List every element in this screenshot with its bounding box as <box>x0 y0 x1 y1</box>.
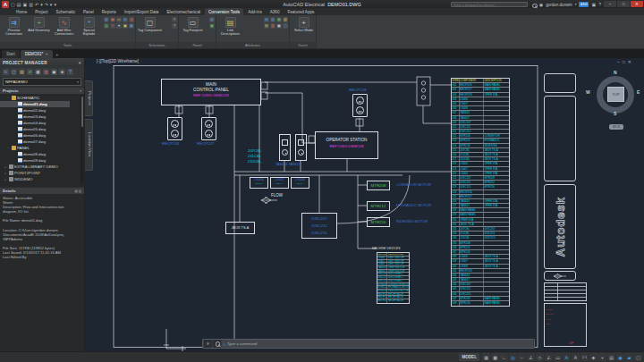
model-space-button[interactable]: MODEL <box>459 353 479 361</box>
object-snap-icon[interactable]: ▭ <box>554 353 562 361</box>
mini-tool-icon[interactable]: ▣ <box>110 17 115 22</box>
mini-tool-icon[interactable]: ▧ <box>209 17 215 22</box>
mini-tool-icon[interactable]: ⚡ <box>172 17 177 22</box>
dynamic-input-icon[interactable]: ◎ <box>509 353 517 361</box>
tag-footprint-button[interactable]: ▭ Tag Footprint <box>181 16 205 32</box>
viewport-controls-label[interactable]: [-][Top][2D Wireframe] <box>97 59 139 63</box>
tree-item[interactable]: demo04.dwg <box>0 120 84 126</box>
tree-item[interactable]: demo07.dwg <box>0 139 84 145</box>
ribbon-tab[interactable]: Conversion Tools <box>205 8 243 15</box>
file-tab[interactable]: DEMO01*✕ <box>21 50 53 58</box>
tree-item[interactable]: demo02.dwg <box>0 107 84 114</box>
tab-close-icon[interactable]: ✕ <box>45 52 47 56</box>
autocad-logo-icon[interactable]: A <box>2 1 9 8</box>
mini-tool-icon[interactable]: ▧ <box>104 23 109 29</box>
tree-item[interactable]: SCHEMATIC <box>0 95 84 101</box>
workspace-switching-icon[interactable]: ◈ <box>589 353 597 361</box>
new-tab-button[interactable]: + <box>54 51 61 58</box>
temperature-switch-symbol[interactable] <box>295 134 307 161</box>
mini-tool-icon[interactable]: ▭ <box>116 17 122 22</box>
mini-tool-icon[interactable]: ▤ <box>123 17 128 22</box>
mini-tool-icon[interactable]: ▾ <box>116 23 122 29</box>
project-dropdown[interactable]: NFPADEMO ▾ <box>3 78 81 86</box>
ribbon-tab[interactable]: Electromechanical <box>163 8 204 15</box>
user-dropdown-icon[interactable]: ▾ <box>575 3 577 6</box>
conveyor-motor-label[interactable]: CONVEYOR MOTOR <box>396 182 431 187</box>
select-mode-button[interactable]: + Select Mode <box>292 16 316 32</box>
mtr212-box[interactable]: MTR212 <box>367 201 390 211</box>
exchange-apps-icon[interactable]: ▣ <box>591 2 596 7</box>
tab-location-view-vertical[interactable]: Location View <box>85 119 93 171</box>
hydraulic-motor-label[interactable]: HYDRAULIC MOTOR <box>396 203 431 207</box>
command-input[interactable]: › Type a command <box>222 340 533 348</box>
plot-publish-icon[interactable]: ▥ <box>43 69 49 75</box>
search-icon[interactable] <box>530 2 537 8</box>
flow-label[interactable]: FLOW <box>271 193 283 198</box>
ribbon-tab[interactable]: Featured Apps <box>284 8 318 15</box>
mini-tool-icon[interactable]: ▧ <box>283 17 288 22</box>
ribbon-tab[interactable]: Panel <box>80 8 97 15</box>
tree-item[interactable]: POINT2POINT <box>0 170 84 176</box>
new-file-icon[interactable]: ▢ <box>11 1 15 8</box>
mtr216-box[interactable]: MTR216 <box>367 217 390 227</box>
receptacle-symbol[interactable] <box>167 117 182 140</box>
cable-number-labels[interactable]: 207CBL211CBL215CBL <box>248 148 262 165</box>
ls407-box[interactable]: LS407 477 1-A <box>270 177 289 189</box>
undo-dropdown-icon[interactable]: ▾ <box>40 1 43 8</box>
tree-item[interactable]: WDDEMO <box>0 176 84 182</box>
mini-tool-icon[interactable]: ▦ <box>129 23 134 29</box>
save-project-icon[interactable]: ▣ <box>51 69 57 75</box>
quick-properties-icon[interactable]: ▤ <box>607 353 615 361</box>
settings-icon[interactable]: ◈ <box>59 69 65 75</box>
signed-in-user[interactable]: gordon.dunwin <box>546 3 572 7</box>
tree-item[interactable]: PANEL <box>0 145 84 151</box>
ribbon-tab[interactable]: Add-ins <box>244 8 266 15</box>
details-section-header[interactable]: Details ▤ ▥ <box>0 187 84 194</box>
tree-scrollbar[interactable] <box>80 96 83 183</box>
ribbon-tab[interactable]: Reports <box>98 8 120 15</box>
mini-tool-icon[interactable]: ▥ <box>129 17 134 22</box>
receptacle-symbol[interactable] <box>352 94 368 117</box>
ribbon-tab[interactable]: A360 <box>267 8 284 15</box>
ortho-mode-icon[interactable]: ⌐ <box>518 353 526 361</box>
tree-item[interactable]: demo08.dwg <box>0 151 84 157</box>
group-label-panel[interactable]: Panel <box>179 42 216 48</box>
annotation-scale-icon[interactable]: 1:1 <box>580 353 589 361</box>
title-strip-box[interactable] <box>544 73 576 93</box>
mini-tool-icon[interactable]: ▢ <box>283 23 288 29</box>
snap-mode-icon[interactable]: ▩ <box>491 353 499 361</box>
print-icon[interactable]: ▥ <box>29 1 33 8</box>
tag-component-button[interactable]: ▢ Tag Component <box>138 16 162 32</box>
drawing-close-icon[interactable]: ✕ <box>628 59 631 64</box>
mini-tool-icon[interactable]: ▦ <box>276 17 282 22</box>
viewcube-east[interactable]: E <box>637 89 640 95</box>
mini-tool-icon[interactable]: ✕ <box>110 23 115 29</box>
close-button[interactable]: ✕ <box>631 1 643 7</box>
mini-tool-icon[interactable]: ▤ <box>264 23 269 29</box>
special-explode-button[interactable]: * Special Explode <box>77 16 101 37</box>
viewcube-north[interactable]: N <box>614 70 617 75</box>
tab-projects-vertical[interactable]: Projects <box>85 80 93 116</box>
tree-item[interactable]: demo01.dwg <box>0 101 70 107</box>
projects-section-header[interactable]: Projects ▾ <box>0 87 84 94</box>
mini-tool-icon[interactable]: ? <box>172 23 177 29</box>
add-geometry-button[interactable]: + Add Geometry <box>27 16 51 32</box>
palette-close-icon[interactable]: ✕ <box>78 61 81 65</box>
graphics-performance-icon[interactable]: ▰ <box>625 353 633 361</box>
ribbon-tab[interactable]: Project <box>31 8 51 15</box>
ribbon-tab[interactable]: Schematic <box>53 8 79 15</box>
tree-item[interactable]: EXTRA LIBRARY DEMO <box>0 164 84 170</box>
machine-devices-table[interactable]: DEVICEDESCRIPTION LS406LIMIT SWITCH LS40… <box>377 252 410 304</box>
group-label-attributes[interactable]: Attributes <box>216 42 289 48</box>
drawing-minimize-icon[interactable]: – <box>617 59 620 64</box>
tree-item[interactable]: demo05.dwg <box>0 126 84 132</box>
autodesk-logo-box[interactable]: Autodesk <box>544 184 576 269</box>
help-icon[interactable]: ? <box>598 2 601 7</box>
operator-station-box[interactable]: OPERATOR STATION REF DWG DEMO08 <box>315 131 378 159</box>
autoscale-icon[interactable]: A <box>572 353 580 361</box>
tas-tags[interactable]: TAS624 TAS617 <box>275 163 301 166</box>
command-close-icon[interactable]: ✕ <box>204 340 212 348</box>
annotation-visibility-icon[interactable]: A <box>563 353 571 361</box>
temperature-switch-symbol[interactable] <box>279 134 291 161</box>
refresh-project-icon[interactable]: ↻ <box>3 69 9 75</box>
